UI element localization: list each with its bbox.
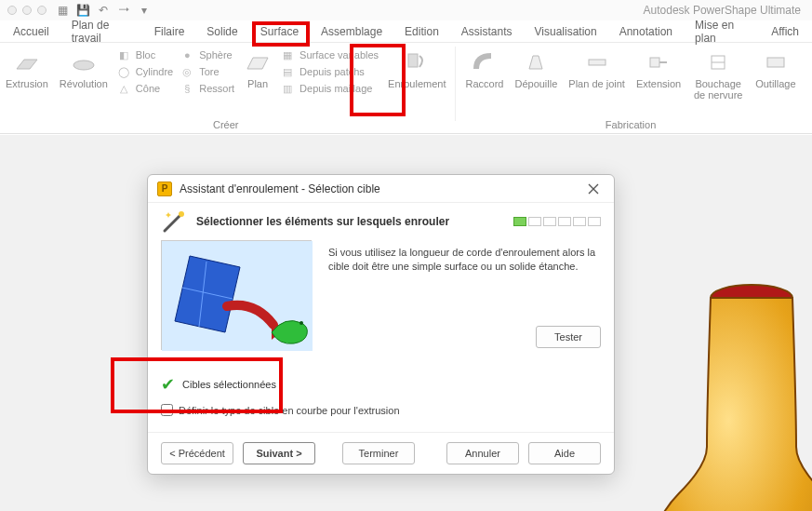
ribbon-extrusion-label: Extrusion xyxy=(6,78,48,89)
ribbon-primitive-list: ◧Bloc ◯Cylindre △Cône xyxy=(113,43,177,101)
extend-icon xyxy=(645,48,672,76)
fillet-icon xyxy=(471,48,499,76)
sphere-icon: ● xyxy=(180,48,193,61)
ribbon-separator xyxy=(455,47,456,121)
menu-assistants[interactable]: Assistants xyxy=(450,20,524,43)
ribbon-from-list: ▦Surface variables ▤Depuis patchs ▥Depui… xyxy=(277,43,382,101)
window-controls xyxy=(7,6,47,15)
ribbon-revolution[interactable]: Révolution xyxy=(54,43,113,101)
wizard-step-3 xyxy=(543,217,556,226)
ribbon-bouchage-label: Bouchage de nervure xyxy=(692,78,744,101)
traffic-light-max[interactable] xyxy=(37,6,47,15)
ribbon-outillage-label: Outillage xyxy=(755,78,795,89)
spring-icon: § xyxy=(180,82,193,95)
define-target-type-label: Définir le type de cible en courbe pour … xyxy=(179,405,400,416)
wizard-step-2 xyxy=(528,217,541,226)
app-shell: ▦ 💾 ↶ ⭢ ▾ Autodesk PowerShape Ultimate A… xyxy=(0,0,812,135)
qat-pointer-icon[interactable]: ⭢ xyxy=(117,4,130,17)
menu-solide[interactable]: Solide xyxy=(195,20,248,43)
svg-marker-4 xyxy=(529,56,542,69)
ribbon-depuis-maillage[interactable]: ▥Depuis maillage xyxy=(281,82,379,95)
ribbon-tore-label: Tore xyxy=(199,66,219,77)
menu-plan-de-travail[interactable]: Plan de travail xyxy=(60,20,143,43)
dialog-button-bar: < Précédent Suivant > Terminer Annuler A… xyxy=(148,432,614,474)
ribbon-raccord[interactable]: Raccord xyxy=(459,43,509,102)
checkmark-icon: ✔ xyxy=(161,374,175,395)
wizard-step-5 xyxy=(573,217,586,226)
ribbon-depouille[interactable]: Dépouille xyxy=(509,43,563,102)
qat-grid-icon[interactable]: ▦ xyxy=(56,4,69,17)
wizard-wand-icon xyxy=(161,208,187,235)
ribbon-ressort[interactable]: §Ressort xyxy=(180,82,234,95)
ribbon-group-fabrication-label: Fabrication xyxy=(459,119,801,134)
ribbon-bloc[interactable]: ◧Bloc xyxy=(117,48,173,61)
ribbon-ressort-label: Ressort xyxy=(199,83,234,94)
ribbon-depuis-patchs[interactable]: ▤Depuis patchs xyxy=(281,65,379,78)
qat-save-icon[interactable]: 💾 xyxy=(76,4,89,17)
ribbon-group-fabrication: Raccord Dépouille Plan de joint Extensio… xyxy=(459,43,801,134)
menu-annotation[interactable]: Annotation xyxy=(608,20,684,43)
dialog-status-row: ✔ Cibles sélectionnées xyxy=(161,374,601,395)
svg-rect-5 xyxy=(589,60,606,65)
plane-icon xyxy=(244,48,272,76)
svg-marker-2 xyxy=(247,58,268,69)
terminer-button[interactable]: Terminer xyxy=(342,442,415,464)
ribbon-tore[interactable]: ◎Tore xyxy=(180,65,234,78)
ribbon-sphere-label: Sphère xyxy=(199,49,232,61)
suivant-button[interactable]: Suivant > xyxy=(243,442,315,464)
ribbon-group-creer-label: Créer xyxy=(0,119,451,134)
ribbon-plan-de-joint[interactable]: Plan de joint xyxy=(563,43,631,102)
cone-icon: △ xyxy=(117,82,130,95)
tester-button[interactable]: Tester xyxy=(536,326,601,348)
menu-afficher[interactable]: Affich xyxy=(760,20,810,43)
wrap-icon xyxy=(403,48,431,76)
ribbon-depouille-label: Dépouille xyxy=(514,78,557,89)
ribbon-group-creer: Extrusion Révolution ◧Bloc ◯Cylindre △Cô… xyxy=(0,43,451,134)
qat-dropdown-icon[interactable]: ▾ xyxy=(138,4,151,17)
ribbon-enroulement[interactable]: Enroulement xyxy=(382,43,451,101)
traffic-light-close[interactable] xyxy=(7,6,17,15)
ribbon-cylindre[interactable]: ◯Cylindre xyxy=(117,65,173,78)
svg-point-17 xyxy=(300,321,303,325)
annuler-button[interactable]: Annuler xyxy=(446,442,519,464)
quick-access-toolbar: ▦ 💾 ↶ ⭢ ▾ xyxy=(56,4,151,17)
ribbon-raccord-label: Raccord xyxy=(465,78,503,89)
ribbon-extrusion[interactable]: Extrusion xyxy=(0,43,54,101)
menu-mise-en-plan[interactable]: Mise en plan xyxy=(684,20,760,43)
dialog-titlebar[interactable]: P Assistant d'enroulement - Sélection ci… xyxy=(148,175,614,203)
aide-button[interactable]: Aide xyxy=(528,442,601,464)
ribbon-cone[interactable]: △Cône xyxy=(117,82,173,95)
qat-undo-icon[interactable]: ↶ xyxy=(97,4,110,17)
wizard-step-1 xyxy=(513,217,526,226)
menu-visualisation[interactable]: Visualisation xyxy=(524,20,608,43)
draft-icon xyxy=(522,48,550,76)
ribbon-extension[interactable]: Extension xyxy=(631,43,686,102)
ribbon-outillage[interactable]: Outillage xyxy=(750,43,801,102)
menu-filaire[interactable]: Filaire xyxy=(143,20,196,43)
menubar: Accueil Plan de travail Filaire Solide S… xyxy=(0,20,812,43)
extrusion-icon xyxy=(13,48,41,76)
precedent-button[interactable]: < Précédent xyxy=(161,442,233,464)
parting-icon xyxy=(583,48,611,76)
ribbon-enroulement-label: Enroulement xyxy=(388,78,446,89)
menu-assemblage[interactable]: Assemblage xyxy=(310,20,393,43)
svg-rect-3 xyxy=(408,54,418,67)
menu-edition[interactable]: Edition xyxy=(393,20,450,43)
mesh2-icon: ▥ xyxy=(281,82,294,95)
dialog-close-button[interactable] xyxy=(582,178,605,200)
close-icon xyxy=(588,183,599,195)
menu-surface[interactable]: Surface xyxy=(249,20,310,43)
ribbon-surface-variables[interactable]: ▦Surface variables xyxy=(281,48,379,61)
menu-accueil[interactable]: Accueil xyxy=(2,20,60,43)
dialog-body: Sélectionner les éléments sur lesquels e… xyxy=(148,203,614,432)
wizard-progress xyxy=(513,217,601,226)
ribbon-sphere[interactable]: ●Sphère xyxy=(180,48,234,61)
ribbon-bouchage[interactable]: Bouchage de nervure xyxy=(686,43,750,102)
svg-point-1 xyxy=(73,61,94,70)
traffic-light-min[interactable] xyxy=(22,6,32,15)
wizard-step-4 xyxy=(558,217,571,226)
define-target-type-checkbox[interactable] xyxy=(161,404,173,416)
revolution-icon xyxy=(70,48,98,76)
svg-marker-0 xyxy=(17,60,37,69)
ribbon-plan[interactable]: Plan xyxy=(238,43,277,101)
